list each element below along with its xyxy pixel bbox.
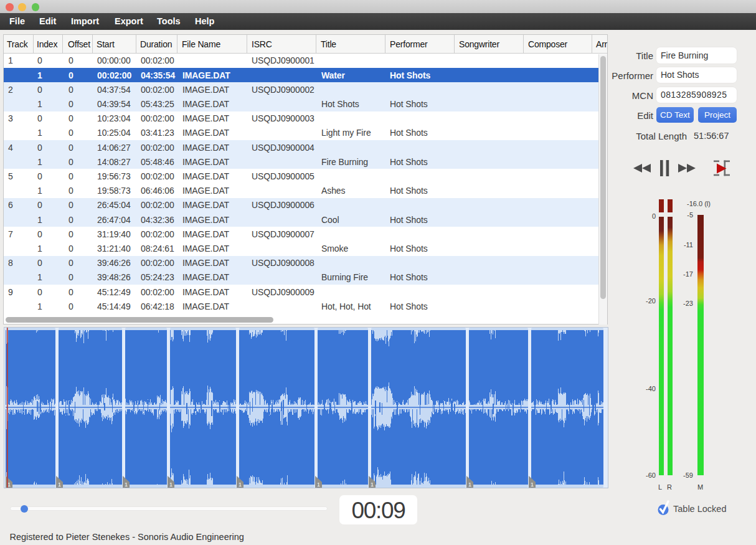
svg-text:1: 1 — [239, 481, 242, 488]
svg-text:1: 1 — [58, 481, 61, 488]
svg-text:1: 1 — [531, 481, 534, 488]
svg-text:1: 1 — [317, 481, 320, 488]
svg-text:1: 1 — [371, 481, 374, 488]
svg-text:1: 1 — [125, 481, 128, 488]
svg-text:1: 1 — [468, 481, 471, 488]
svg-text:1: 1 — [7, 481, 11, 488]
svg-text:1: 1 — [169, 481, 172, 488]
